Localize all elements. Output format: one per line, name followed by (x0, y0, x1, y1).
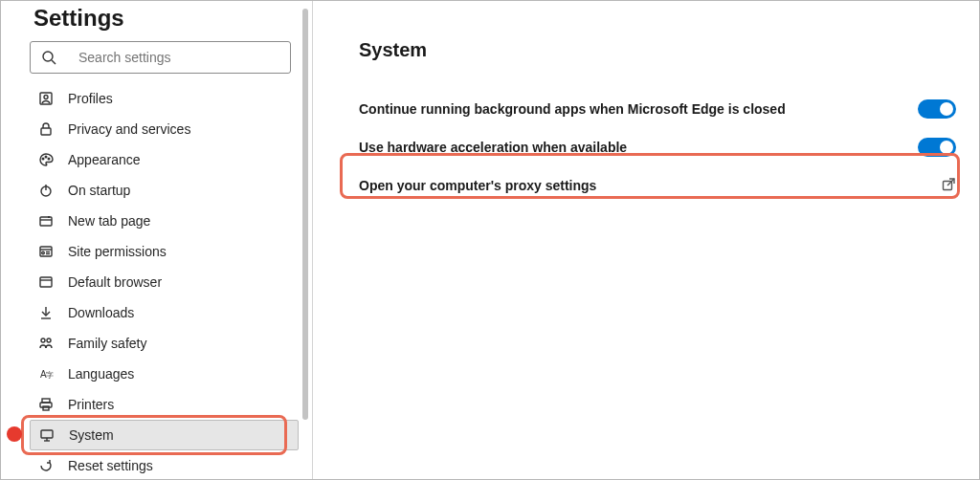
setting-row-background-apps: Continue running background apps when Mi… (359, 90, 956, 128)
svg-point-7 (48, 158, 50, 160)
sidebar-item-profiles[interactable]: Profiles (30, 83, 299, 114)
sidebar-label: Default browser (68, 274, 162, 290)
sidebar-item-privacy[interactable]: Privacy and services (30, 114, 299, 144)
svg-rect-29 (43, 406, 49, 410)
toggle-hardware-accel[interactable] (918, 138, 956, 157)
printer-icon (37, 396, 55, 413)
svg-point-5 (42, 158, 44, 160)
sidebar-item-newtab[interactable]: New tab page (30, 206, 299, 236)
power-icon (37, 182, 55, 199)
page-title: System (359, 39, 956, 61)
sidebar-item-system[interactable]: System (30, 420, 299, 450)
browser-icon (37, 273, 55, 291)
sidebar-item-defaultbrowser[interactable]: Default browser (30, 267, 299, 297)
svg-rect-4 (41, 128, 51, 135)
sidebar-label: Family safety (68, 336, 146, 351)
svg-point-0 (43, 52, 53, 61)
palette-icon (37, 151, 55, 168)
svg-rect-10 (40, 217, 52, 226)
newtab-icon (37, 212, 55, 229)
sidebar-nav: Profiles Privacy and services Appearance… (1, 83, 312, 480)
sidebar-label: System (69, 427, 114, 443)
setting-label: Use hardware acceleration when available (359, 140, 627, 155)
search-box[interactable] (30, 41, 291, 74)
svg-point-23 (41, 338, 45, 342)
system-icon (38, 426, 56, 444)
sidebar-item-downloads[interactable]: Downloads (30, 297, 299, 328)
search-icon (40, 49, 57, 66)
setting-row-proxy[interactable]: Open your computer's proxy settings (359, 166, 956, 205)
main-panel: System Continue running background apps … (313, 1, 979, 479)
toggle-background-apps[interactable] (918, 99, 956, 119)
sidebar-title: Settings (1, 5, 312, 41)
sidebar-label: Languages (68, 366, 134, 382)
svg-rect-30 (41, 430, 53, 438)
profile-icon (37, 90, 55, 107)
sidebar-item-reset[interactable]: Reset settings (30, 450, 299, 480)
permissions-icon (37, 243, 55, 260)
lock-icon (37, 120, 55, 138)
svg-point-24 (47, 338, 51, 342)
external-link-icon (941, 177, 956, 195)
svg-point-6 (45, 156, 47, 158)
sidebar-item-printers[interactable]: Printers (30, 389, 299, 420)
sidebar-label: Reset settings (68, 458, 153, 473)
settings-sidebar: Settings Profiles Privacy and services A… (1, 1, 312, 479)
svg-line-1 (52, 60, 56, 64)
sidebar-label: Appearance (68, 152, 141, 167)
setting-row-hardware-accel: Use hardware acceleration when available (359, 128, 956, 166)
sidebar-label: Downloads (68, 305, 134, 320)
svg-line-34 (947, 179, 954, 185)
download-icon (37, 304, 55, 321)
svg-point-3 (44, 96, 48, 99)
sidebar-item-family[interactable]: Family safety (30, 328, 299, 359)
sidebar-label: On startup (68, 183, 130, 198)
sidebar-scrollbar[interactable] (302, 9, 308, 420)
sidebar-label: New tab page (68, 213, 150, 229)
sidebar-label: Printers (68, 397, 114, 412)
svg-text:字: 字 (46, 371, 54, 380)
reset-icon (37, 457, 55, 474)
setting-label: Continue running background apps when Mi… (359, 101, 786, 117)
sidebar-label: Site permissions (68, 244, 167, 259)
sidebar-label: Profiles (68, 91, 113, 106)
svg-point-16 (42, 251, 45, 254)
sidebar-label: Privacy and services (68, 121, 190, 137)
sidebar-item-languages[interactable]: A字 Languages (30, 359, 299, 389)
sidebar-item-sitepermissions[interactable]: Site permissions (30, 236, 299, 267)
annotation-red-dot (7, 426, 22, 442)
sidebar-item-appearance[interactable]: Appearance (30, 144, 299, 175)
search-input[interactable] (71, 50, 280, 65)
languages-icon: A字 (37, 365, 55, 382)
svg-rect-19 (40, 277, 52, 287)
setting-label: Open your computer's proxy settings (359, 178, 596, 193)
family-icon (37, 335, 55, 352)
sidebar-item-onstartup[interactable]: On startup (30, 175, 299, 206)
